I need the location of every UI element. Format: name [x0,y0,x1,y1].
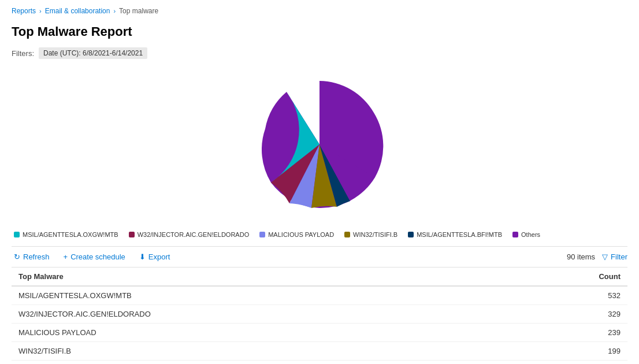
schedule-label: Create schedule [70,252,125,261]
col-count: Count [507,268,627,286]
cell-count: 329 [507,305,627,324]
filter-chip-date[interactable]: Date (UTC): 6/8/2021-6/14/2021 [39,47,147,59]
refresh-icon: ↻ [14,252,20,261]
breadcrumb-email[interactable]: Email & collaboration [45,7,110,15]
legend-label-0: MSIL/AGENTTESLA.OXGW!MTB [23,231,118,238]
filters-row: Filters: Date (UTC): 6/8/2021-6/14/2021 [12,47,627,59]
malware-table: Top Malware Count MSIL/AGENTTESLA.OXGW!M… [12,268,627,361]
legend-item-3: WIN32/TISIFI.B [344,231,397,238]
table-row: W32/INJECTOR.AIC.GEN!ELDORADO 329 [12,305,627,324]
legend-item-2: MALICIOUS PAYLOAD [259,231,334,238]
legend-item-0: MSIL/AGENTTESLA.OXGW!MTB [14,231,118,238]
cell-malware: MALICIOUS PAYLOAD [12,324,507,342]
legend-label-5: Others [521,231,540,238]
breadcrumb-sep-1: › [39,8,42,14]
create-schedule-button[interactable]: + Create schedule [61,251,128,262]
filter-icon: ▽ [602,252,608,261]
download-icon: ⬇ [139,252,146,261]
export-label: Export [148,252,170,261]
legend-item-4: MSIL/AGENTTESLA.BFI!MTB [408,231,502,238]
cell-count: 532 [507,286,627,305]
legend-label-1: W32/INJECTOR.AIC.GEN!ELDORADO [138,231,250,238]
cell-count: 199 [507,342,627,361]
legend-label-3: WIN32/TISIFI.B [353,231,397,238]
filter-label: Filter [611,252,627,261]
cell-malware: W32/INJECTOR.AIC.GEN!ELDORADO [12,305,507,324]
filter-button[interactable]: ▽ Filter [602,252,627,261]
table-row: MALICIOUS PAYLOAD 239 [12,324,627,342]
refresh-button[interactable]: ↻ Refresh [12,251,52,262]
pie-chart [204,69,435,225]
cell-malware: WIN32/TISIFI.B [12,342,507,361]
table-row: MSIL/AGENTTESLA.OXGW!MTB 532 [12,286,627,305]
cell-malware: MSIL/AGENTTESLA.OXGW!MTB [12,286,507,305]
toolbar: ↻ Refresh + Create schedule ⬇ Export 90 … [12,246,627,268]
legend-label-4: MSIL/AGENTTESLA.BFI!MTB [417,231,502,238]
col-malware: Top Malware [12,268,507,286]
breadcrumb-sep-2: › [113,8,116,14]
legend-dot-4 [408,232,414,237]
refresh-label: Refresh [23,252,50,261]
cell-count: 239 [507,324,627,342]
legend-dot-0 [14,232,20,237]
legend-dot-2 [259,232,265,237]
legend-item-5: Others [512,231,540,238]
toolbar-right: 90 items ▽ Filter [567,252,627,261]
legend-dot-1 [129,232,135,237]
legend-row: MSIL/AGENTTESLA.OXGW!MTB W32/INJECTOR.AI… [12,231,627,238]
legend-dot-5 [512,232,518,237]
table-row: WIN32/TISIFI.B 199 [12,342,627,361]
breadcrumb-current: Top malware [119,7,158,15]
legend-label-2: MALICIOUS PAYLOAD [268,231,334,238]
table-header-row: Top Malware Count [12,268,627,286]
filters-label: Filters: [12,49,34,58]
items-count: 90 items [567,252,595,261]
breadcrumb: Reports › Email & collaboration › Top ma… [12,7,627,15]
plus-icon: + [64,252,68,261]
chart-section [12,69,627,225]
legend-dot-3 [344,232,350,237]
breadcrumb-reports[interactable]: Reports [12,7,36,15]
export-button[interactable]: ⬇ Export [137,251,173,262]
page-title: Top Malware Report [12,24,627,39]
legend-item-1: W32/INJECTOR.AIC.GEN!ELDORADO [129,231,250,238]
